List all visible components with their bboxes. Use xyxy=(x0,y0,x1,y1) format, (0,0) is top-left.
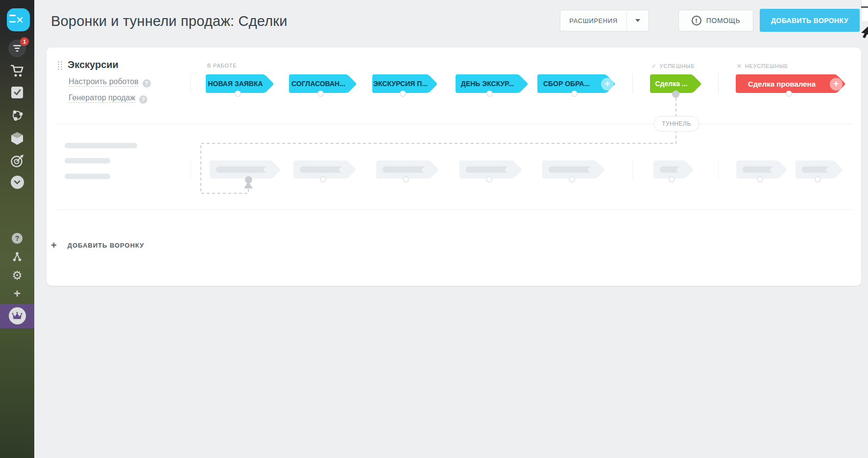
stage-agreement[interactable]: СОГЛАСОВАН... xyxy=(289,74,348,93)
stage-deal-won[interactable]: Сделка ... xyxy=(650,74,693,93)
ghost-stage xyxy=(542,160,597,179)
row-divider xyxy=(55,124,852,124)
sidebar-item-network[interactable] xyxy=(0,109,34,122)
tunnel-badge[interactable]: ТУННЕЛЬ xyxy=(654,116,699,132)
target-dart-icon xyxy=(10,154,24,168)
add-funnel-button-label: ДОБАВИТЬ ВОРОНКУ xyxy=(771,17,848,24)
column-divider xyxy=(191,73,191,94)
chevron-down-icon xyxy=(635,19,640,22)
add-stage-button[interactable]: + xyxy=(830,78,843,91)
tunnel-node[interactable] xyxy=(569,176,575,183)
skeleton-link xyxy=(65,158,110,163)
add-funnel-button[interactable]: ДОБАВИТЬ ВОРОНКУ xyxy=(760,9,860,32)
gear-icon: ⚙ xyxy=(12,270,23,281)
notification-badge: 1 xyxy=(20,37,29,46)
stage-deal-failed[interactable]: Сделка провалена xyxy=(736,74,837,93)
sidebar-item-help[interactable]: ? xyxy=(0,233,34,244)
column-divider xyxy=(632,73,633,94)
tunnel-node[interactable] xyxy=(235,91,241,97)
cube-icon xyxy=(11,132,24,145)
funnel-icon: 1 xyxy=(8,40,26,57)
help-button-label: ПОМОЩЬ xyxy=(706,17,740,24)
ghost-stage xyxy=(736,160,779,179)
sidebar-item-expand-more[interactable] xyxy=(0,176,34,189)
stage-feedback[interactable]: СБОР ОБРА... xyxy=(537,74,606,93)
cross-icon: ✕ xyxy=(737,63,742,69)
check-icon: ✓ xyxy=(651,63,657,69)
sidebar-item-settings[interactable]: ⚙ xyxy=(0,270,34,281)
app-screen: ✕ 1 xyxy=(0,0,868,458)
extensions-button[interactable]: РАСШИРЕНИЯ xyxy=(560,10,649,31)
plus-icon: + xyxy=(51,240,57,251)
column-divider-ghost xyxy=(632,160,633,180)
ghost-stage xyxy=(376,160,431,179)
sales-generator-link[interactable]: Генератор продаж? xyxy=(69,93,147,104)
crown-icon xyxy=(9,307,26,324)
extensions-button-label: РАСШИРЕНИЯ xyxy=(560,17,627,24)
sidebar-item-products[interactable] xyxy=(0,132,34,145)
tunnel-node[interactable] xyxy=(757,176,763,183)
ghost-stage xyxy=(653,160,685,179)
sidebar-item-profile[interactable] xyxy=(0,251,34,263)
exclamation-icon: ! xyxy=(692,16,701,25)
column-label-success: ✓ УСПЕШНЫЕ xyxy=(651,63,695,69)
plus-icon: + xyxy=(14,289,21,298)
add-funnel-row-label: ДОБАВИТЬ ВОРОНКУ xyxy=(68,242,145,249)
close-icon: ✕ xyxy=(7,8,30,31)
stage-excursion[interactable]: ЭКСКУРСИЯ П... xyxy=(372,74,429,93)
skeleton-funnel-name xyxy=(65,143,137,148)
help-badge-icon[interactable]: ? xyxy=(139,95,147,104)
ghost-stage xyxy=(796,160,835,179)
ghost-stage xyxy=(459,160,514,179)
funnel-drag-handle[interactable] xyxy=(58,61,62,70)
stage-excursion-day[interactable]: ДЕНЬ ЭКСКУР... xyxy=(456,74,519,93)
column-label-fail: ✕ НЕУСПЕШНЫЕ xyxy=(737,63,788,69)
sidebar-item-target[interactable] xyxy=(0,154,34,168)
stage-new-request[interactable]: НОВАЯ ЗАЯВКА xyxy=(206,74,265,93)
ghost-stage xyxy=(210,160,272,179)
chevron-down-icon xyxy=(11,176,24,189)
menu-close-button[interactable]: ✕ xyxy=(7,8,30,31)
tunnel-node[interactable] xyxy=(571,91,578,97)
mouse-cursor xyxy=(860,24,868,39)
row-divider xyxy=(55,209,852,210)
tunnel-node[interactable] xyxy=(486,91,493,97)
add-stage-button[interactable]: + xyxy=(601,78,614,91)
scrollbar-thumb[interactable] xyxy=(861,6,868,8)
sidebar-item-sales-funnel[interactable]: 1 xyxy=(0,40,34,57)
tunnel-node[interactable] xyxy=(320,176,326,183)
configure-robots-link[interactable]: Настроить роботов? xyxy=(69,77,151,88)
scrollbar-track[interactable] xyxy=(861,0,868,21)
extensions-dropdown-toggle[interactable] xyxy=(627,19,649,22)
sidebar-item-cart[interactable] xyxy=(0,64,34,78)
page-title: Воронки и туннели продаж: Сделки xyxy=(51,13,288,29)
column-divider-ghost xyxy=(718,160,719,180)
sidebar-item-upgrade[interactable] xyxy=(0,307,34,324)
column-divider xyxy=(718,73,719,94)
skeleton-link xyxy=(65,174,110,179)
column-label-in-progress: В РАБОТЕ xyxy=(207,63,237,69)
tunnel-node[interactable] xyxy=(403,176,409,183)
funnel-name[interactable]: Экскурсии xyxy=(68,59,119,70)
tunnel-node[interactable] xyxy=(317,91,324,97)
network-icon xyxy=(10,109,24,122)
column-divider-ghost xyxy=(191,160,191,180)
tunnel-node[interactable] xyxy=(400,91,406,97)
checkbox-icon xyxy=(11,86,24,99)
help-badge-icon[interactable]: ? xyxy=(143,79,151,88)
tunnel-node-target[interactable] xyxy=(245,176,252,183)
ghost-stage xyxy=(293,160,348,179)
tunnel-node-active[interactable] xyxy=(672,91,679,98)
sidebar: ✕ 1 xyxy=(0,0,34,458)
cart-icon xyxy=(10,64,24,78)
tunnel-node[interactable] xyxy=(669,176,675,183)
sidebar-item-tasks[interactable] xyxy=(0,86,34,99)
tunnel-node[interactable] xyxy=(815,176,821,183)
question-icon: ? xyxy=(12,233,23,244)
tunnel-node[interactable] xyxy=(786,91,792,97)
sidebar-item-add[interactable]: + xyxy=(0,289,34,298)
molecule-icon xyxy=(11,251,23,263)
add-funnel-row-button[interactable]: + ДОБАВИТЬ ВОРОНКУ xyxy=(51,236,208,254)
help-button[interactable]: ! ПОМОЩЬ xyxy=(678,10,753,31)
tunnel-node[interactable] xyxy=(486,176,492,183)
